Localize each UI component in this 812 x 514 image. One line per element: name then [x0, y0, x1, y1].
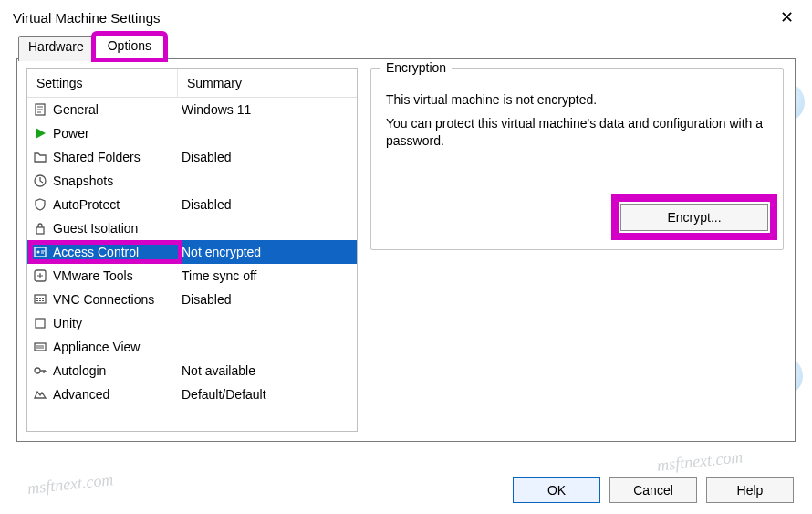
list-item-access-control[interactable]: Access ControlNot encrypted — [27, 240, 357, 264]
list-item-advanced[interactable]: AdvancedDefault/Default — [27, 383, 357, 406]
list-item-power[interactable]: Power — [27, 121, 357, 145]
item-label: Guest Isolation — [53, 221, 138, 236]
tab-options[interactable]: Options — [94, 34, 165, 59]
encryption-desc-text: You can protect this virtual machine's d… — [386, 115, 768, 151]
encrypt-button[interactable]: Encrypt... — [620, 204, 768, 231]
item-label: Appliance View — [53, 340, 140, 354]
list-item-appliance-view[interactable]: Appliance View — [27, 335, 357, 359]
appliance-icon — [33, 340, 47, 354]
tab-hardware[interactable]: Hardware — [18, 36, 94, 61]
item-label: Access Control — [53, 245, 139, 259]
shield-icon — [33, 197, 47, 212]
column-header-summary[interactable]: Summary — [178, 69, 357, 97]
watermark-text: msftnext.com — [26, 470, 114, 498]
item-summary: Disabled — [178, 197, 357, 212]
watermark-text: msftnext.com — [656, 447, 744, 476]
list-item-vmware-tools[interactable]: VMware ToolsTime sync off — [27, 264, 357, 288]
tools-icon — [33, 268, 47, 283]
encryption-status-text: This virtual machine is not encrypted. — [386, 91, 768, 110]
unity-icon — [33, 316, 47, 330]
group-title: Encryption — [380, 60, 452, 75]
item-summary: Disabled — [178, 150, 357, 164]
footer-buttons: OK Cancel Help — [513, 477, 794, 503]
item-summary: Disabled — [178, 292, 357, 307]
column-header-settings[interactable]: Settings — [27, 69, 178, 97]
adv-icon — [33, 387, 47, 402]
ok-button[interactable]: OK — [513, 477, 600, 503]
cancel-button[interactable]: Cancel — [609, 477, 697, 503]
item-label: Power — [53, 126, 89, 141]
list-item-general[interactable]: GeneralWindows 11 — [27, 98, 357, 121]
list-item-snapshots[interactable]: Snapshots — [27, 169, 357, 193]
item-summary: Default/Default — [178, 387, 357, 402]
item-summary: Time sync off — [178, 268, 357, 283]
access-icon — [33, 245, 47, 259]
doc-icon — [33, 102, 47, 117]
window-title: Virtual Machine Settings — [13, 10, 160, 26]
item-label: Snapshots — [53, 173, 113, 188]
detail-pane: Encryption This virtual machine is not e… — [365, 59, 795, 441]
list-item-guest-isolation[interactable]: Guest Isolation — [27, 216, 357, 240]
item-label: Unity — [53, 316, 82, 330]
tab-strip: Hardware Options — [0, 33, 812, 58]
item-summary: Not available — [178, 363, 357, 378]
list-item-autologin[interactable]: AutologinNot available — [27, 359, 357, 383]
encryption-group: Encryption This virtual machine is not e… — [370, 68, 784, 250]
key-icon — [33, 363, 47, 378]
item-label: AutoProtect — [53, 197, 120, 212]
clock-icon — [33, 173, 47, 188]
list-item-unity[interactable]: Unity — [27, 311, 357, 335]
list-item-vnc-connections[interactable]: VNC ConnectionsDisabled — [27, 288, 357, 311]
lock-icon — [33, 221, 47, 236]
help-button[interactable]: Help — [706, 477, 794, 503]
settings-list: Settings Summary GeneralWindows 11PowerS… — [26, 68, 358, 432]
folder-icon — [33, 150, 47, 164]
item-summary: Not encrypted — [178, 245, 357, 259]
vnc-icon — [33, 292, 47, 307]
list-item-shared-folders[interactable]: Shared FoldersDisabled — [27, 145, 357, 169]
close-icon[interactable]: ✕ — [775, 7, 799, 27]
item-summary: Windows 11 — [178, 102, 357, 117]
item-label: General — [53, 102, 99, 117]
item-label: VNC Connections — [53, 292, 154, 307]
item-label: Autologin — [53, 363, 106, 378]
item-label: Advanced — [53, 387, 109, 402]
list-item-autoprotect[interactable]: AutoProtectDisabled — [27, 193, 357, 216]
item-label: VMware Tools — [53, 268, 133, 283]
content-frame: Settings Summary GeneralWindows 11PowerS… — [16, 58, 796, 442]
play-icon — [33, 126, 47, 141]
item-label: Shared Folders — [53, 150, 141, 164]
list-header: Settings Summary — [27, 69, 357, 98]
